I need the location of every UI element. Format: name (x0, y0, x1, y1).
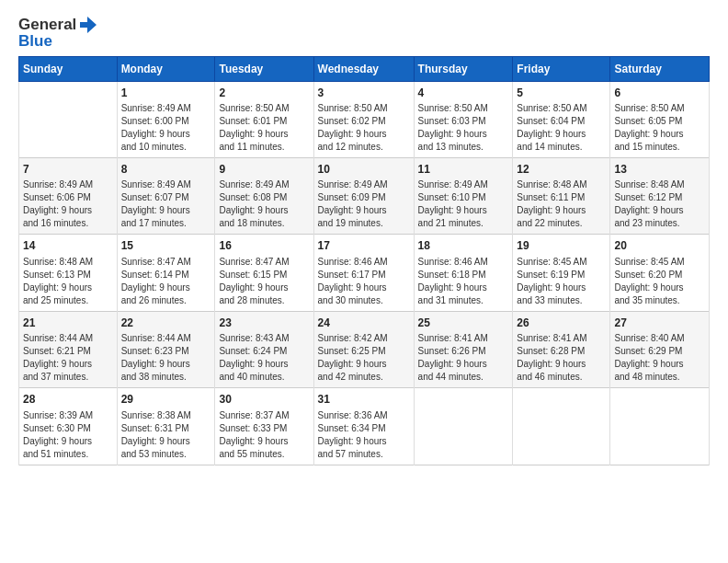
day-number: 21 (23, 316, 113, 331)
calendar-cell: 12Sunrise: 8:48 AM Sunset: 6:11 PM Dayli… (513, 158, 610, 235)
day-info: Sunrise: 8:49 AM Sunset: 6:06 PM Dayligh… (23, 178, 113, 230)
day-info: Sunrise: 8:46 AM Sunset: 6:18 PM Dayligh… (418, 256, 509, 307)
day-number: 10 (318, 162, 410, 178)
day-number: 3 (318, 86, 410, 101)
calendar-cell: 9Sunrise: 8:49 AM Sunset: 6:08 PM Daylig… (215, 158, 313, 235)
day-info: Sunrise: 8:50 AM Sunset: 6:01 PM Dayligh… (219, 102, 309, 154)
day-number: 22 (121, 316, 211, 331)
day-info: Sunrise: 8:39 AM Sunset: 6:30 PM Dayligh… (23, 409, 113, 461)
calendar-cell: 4Sunrise: 8:50 AM Sunset: 6:03 PM Daylig… (414, 81, 513, 157)
calendar-week-row: 14Sunrise: 8:48 AM Sunset: 6:13 PM Dayli… (19, 235, 710, 311)
day-number: 31 (318, 392, 410, 408)
calendar-cell: 29Sunrise: 8:38 AM Sunset: 6:31 PM Dayli… (117, 388, 215, 465)
calendar-cell: 10Sunrise: 8:49 AM Sunset: 6:09 PM Dayli… (313, 158, 414, 235)
calendar-cell: 28Sunrise: 8:39 AM Sunset: 6:30 PM Dayli… (19, 388, 118, 465)
day-info: Sunrise: 8:47 AM Sunset: 6:14 PM Dayligh… (121, 256, 211, 307)
day-info: Sunrise: 8:40 AM Sunset: 6:29 PM Dayligh… (614, 332, 705, 384)
calendar-cell: 15Sunrise: 8:47 AM Sunset: 6:14 PM Dayli… (117, 235, 215, 311)
calendar-cell: 19Sunrise: 8:45 AM Sunset: 6:19 PM Dayli… (513, 235, 610, 311)
day-number: 15 (121, 238, 211, 254)
day-info: Sunrise: 8:43 AM Sunset: 6:24 PM Dayligh… (219, 332, 309, 384)
calendar-cell: 6Sunrise: 8:50 AM Sunset: 6:05 PM Daylig… (610, 81, 710, 157)
calendar-week-row: 1Sunrise: 8:49 AM Sunset: 6:00 PM Daylig… (19, 81, 710, 157)
calendar-cell: 5Sunrise: 8:50 AM Sunset: 6:04 PM Daylig… (513, 81, 610, 157)
day-number: 24 (318, 316, 410, 331)
day-number: 1 (121, 86, 211, 101)
day-info: Sunrise: 8:36 AM Sunset: 6:34 PM Dayligh… (318, 409, 410, 461)
calendar-cell: 22Sunrise: 8:44 AM Sunset: 6:23 PM Dayli… (117, 311, 215, 387)
calendar-cell: 24Sunrise: 8:42 AM Sunset: 6:25 PM Dayli… (313, 311, 414, 387)
day-number: 29 (121, 392, 211, 408)
calendar-cell: 30Sunrise: 8:37 AM Sunset: 6:33 PM Dayli… (215, 388, 313, 465)
calendar-cell: 2Sunrise: 8:50 AM Sunset: 6:01 PM Daylig… (215, 81, 313, 157)
day-number: 19 (517, 238, 606, 254)
day-number: 8 (121, 162, 211, 178)
day-info: Sunrise: 8:45 AM Sunset: 6:19 PM Dayligh… (517, 256, 606, 307)
day-number: 5 (517, 86, 606, 101)
logo-general: General (18, 17, 76, 34)
logo-blue: Blue (18, 33, 98, 51)
calendar-cell: 13Sunrise: 8:48 AM Sunset: 6:12 PM Dayli… (610, 158, 710, 235)
day-number: 25 (418, 316, 509, 331)
calendar-cell: 21Sunrise: 8:44 AM Sunset: 6:21 PM Dayli… (19, 311, 118, 387)
day-number: 4 (418, 86, 509, 101)
day-info: Sunrise: 8:48 AM Sunset: 6:13 PM Dayligh… (23, 256, 113, 307)
calendar-cell: 20Sunrise: 8:45 AM Sunset: 6:20 PM Dayli… (610, 235, 710, 311)
day-number: 6 (614, 86, 705, 101)
calendar-cell: 11Sunrise: 8:49 AM Sunset: 6:10 PM Dayli… (414, 158, 513, 235)
day-number: 9 (219, 162, 309, 178)
day-info: Sunrise: 8:50 AM Sunset: 6:02 PM Dayligh… (318, 102, 410, 154)
day-header: Wednesday (313, 56, 414, 81)
day-number: 28 (23, 392, 113, 408)
day-info: Sunrise: 8:49 AM Sunset: 6:10 PM Dayligh… (418, 178, 509, 230)
day-header: Thursday (414, 56, 513, 81)
calendar-cell: 16Sunrise: 8:47 AM Sunset: 6:15 PM Dayli… (215, 235, 313, 311)
calendar-cell: 27Sunrise: 8:40 AM Sunset: 6:29 PM Dayli… (610, 311, 710, 387)
day-number: 13 (614, 162, 705, 178)
calendar-week-row: 7Sunrise: 8:49 AM Sunset: 6:06 PM Daylig… (19, 158, 710, 235)
calendar-cell: 23Sunrise: 8:43 AM Sunset: 6:24 PM Dayli… (215, 311, 313, 387)
day-number: 23 (219, 316, 309, 331)
day-number: 14 (23, 238, 113, 254)
day-number: 12 (517, 162, 606, 178)
calendar-cell: 18Sunrise: 8:46 AM Sunset: 6:18 PM Dayli… (414, 235, 513, 311)
day-number: 17 (318, 238, 410, 254)
day-info: Sunrise: 8:41 AM Sunset: 6:26 PM Dayligh… (418, 332, 509, 384)
day-info: Sunrise: 8:49 AM Sunset: 6:09 PM Dayligh… (318, 178, 410, 230)
day-header: Saturday (610, 56, 710, 81)
calendar-cell: 17Sunrise: 8:46 AM Sunset: 6:17 PM Dayli… (313, 235, 414, 311)
day-info: Sunrise: 8:46 AM Sunset: 6:17 PM Dayligh… (318, 256, 410, 307)
day-header: Sunday (19, 56, 118, 81)
day-info: Sunrise: 8:48 AM Sunset: 6:11 PM Dayligh… (517, 178, 606, 230)
day-info: Sunrise: 8:48 AM Sunset: 6:12 PM Dayligh… (614, 178, 705, 230)
svg-marker-0 (80, 17, 97, 33)
day-info: Sunrise: 8:49 AM Sunset: 6:00 PM Dayligh… (121, 102, 211, 154)
logo-arrow-icon (78, 15, 98, 35)
calendar-cell: 8Sunrise: 8:49 AM Sunset: 6:07 PM Daylig… (117, 158, 215, 235)
day-info: Sunrise: 8:37 AM Sunset: 6:33 PM Dayligh… (219, 409, 309, 461)
calendar-week-row: 28Sunrise: 8:39 AM Sunset: 6:30 PM Dayli… (19, 388, 710, 465)
calendar-cell (19, 81, 118, 157)
calendar-cell (414, 388, 513, 465)
calendar-cell: 31Sunrise: 8:36 AM Sunset: 6:34 PM Dayli… (313, 388, 414, 465)
day-info: Sunrise: 8:44 AM Sunset: 6:23 PM Dayligh… (121, 332, 211, 384)
day-number: 30 (219, 392, 309, 408)
day-header: Friday (513, 56, 610, 81)
calendar-week-row: 21Sunrise: 8:44 AM Sunset: 6:21 PM Dayli… (19, 311, 710, 387)
day-info: Sunrise: 8:42 AM Sunset: 6:25 PM Dayligh… (318, 332, 410, 384)
day-info: Sunrise: 8:49 AM Sunset: 6:08 PM Dayligh… (219, 178, 309, 230)
calendar-cell (513, 388, 610, 465)
calendar-cell: 14Sunrise: 8:48 AM Sunset: 6:13 PM Dayli… (19, 235, 118, 311)
day-number: 26 (517, 316, 606, 331)
calendar-cell (610, 388, 710, 465)
calendar-cell: 25Sunrise: 8:41 AM Sunset: 6:26 PM Dayli… (414, 311, 513, 387)
day-number: 27 (614, 316, 705, 331)
day-header: Tuesday (215, 56, 313, 81)
day-number: 7 (23, 162, 113, 178)
calendar-cell: 1Sunrise: 8:49 AM Sunset: 6:00 PM Daylig… (117, 81, 215, 157)
calendar-cell: 3Sunrise: 8:50 AM Sunset: 6:02 PM Daylig… (313, 81, 414, 157)
day-number: 20 (614, 238, 705, 254)
day-info: Sunrise: 8:47 AM Sunset: 6:15 PM Dayligh… (219, 256, 309, 307)
day-info: Sunrise: 8:44 AM Sunset: 6:21 PM Dayligh… (23, 332, 113, 384)
day-info: Sunrise: 8:38 AM Sunset: 6:31 PM Dayligh… (121, 409, 211, 461)
